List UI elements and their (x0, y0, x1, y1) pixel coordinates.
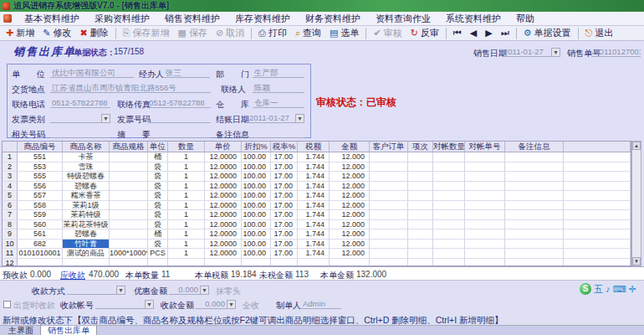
cell-tax[interactable]: 1.744 (298, 220, 330, 230)
cell-order[interactable] (370, 229, 408, 240)
col-header-filler[interactable] (564, 142, 631, 152)
cell-code[interactable]: 558 (18, 201, 63, 211)
fax-field[interactable]: 0512-57822788 (147, 97, 211, 108)
summary-field[interactable] (147, 127, 211, 138)
cell-unit[interactable]: 袋 (148, 172, 168, 182)
ime-toolbar[interactable]: S五♪⌨✛ (580, 282, 636, 296)
cell-recno[interactable] (465, 172, 505, 182)
menu-item-3[interactable]: 销售资料维护 (157, 12, 227, 25)
cell-remark[interactable] (505, 210, 564, 220)
cell-qty[interactable] (168, 259, 205, 267)
cell-recno[interactable] (465, 152, 505, 162)
cell-amount[interactable]: 12.000 (330, 191, 370, 201)
cell-recqty[interactable] (433, 210, 465, 220)
cell-unit[interactable]: 袋 (148, 191, 168, 201)
cell-tax[interactable]: 1.744 (298, 249, 330, 259)
cell-spec[interactable]: 1000*1000*10. (110, 249, 148, 259)
tab-sales-outbound[interactable]: 销售出库单 (40, 326, 97, 335)
cell-name[interactable]: 测试的商品 (63, 249, 110, 259)
cell-qty[interactable]: 1 (168, 240, 205, 250)
cell-unit[interactable]: 袋 (148, 220, 168, 230)
cell-filler[interactable] (564, 259, 631, 267)
cell-recqty[interactable] (433, 201, 465, 211)
cell-code[interactable]: 559 (18, 210, 63, 220)
col-header-spec[interactable]: 商品规格 (110, 142, 148, 152)
sale-date-dropdown-icon[interactable]: ▼ (551, 48, 560, 57)
cell-unit[interactable]: 桶 (148, 229, 168, 240)
cell-filler[interactable] (564, 240, 631, 250)
cell-code[interactable]: 682 (18, 240, 63, 250)
col-header-discount[interactable]: 折扣% (242, 142, 271, 152)
cell-tax[interactable]: 1.744 (298, 152, 330, 162)
cell-amount[interactable]: 12.000 (330, 172, 370, 182)
agent-field[interactable]: 张三 (164, 67, 210, 78)
menu-item-4[interactable]: 库存资料维护 (227, 12, 298, 25)
cell-order[interactable] (370, 201, 408, 211)
toolbar-button-search[interactable]: ⌕查询 (291, 26, 325, 40)
warehouse-field[interactable]: 仓库一 (253, 97, 304, 108)
col-header-order[interactable]: 客户订单 (370, 142, 408, 152)
toolbar-button-first-record[interactable]: ⏮ (449, 28, 466, 39)
cell-code[interactable]: 560 (18, 220, 63, 230)
menu-item-5[interactable]: 财务资料维护 (298, 12, 368, 25)
cell-order[interactable] (370, 210, 408, 220)
cell-name[interactable]: 竹叶青 (63, 240, 110, 250)
account-dropdown-icon[interactable]: ▼ (145, 300, 154, 309)
cell-price[interactable]: 12.0000 (205, 220, 242, 230)
cell-unit[interactable]: 袋 (148, 201, 168, 211)
ime-keyboard-icon[interactable]: ⌨ (613, 283, 626, 295)
table-scrollbar[interactable]: ▲ ▼ (631, 141, 641, 266)
cell-qty[interactable]: 1 (168, 152, 205, 162)
title-bar[interactable]: 追风进销存系统增强版V7.0 - [销售出库单] (0, 0, 644, 12)
cell-order[interactable] (370, 249, 408, 259)
cell-unit[interactable]: 袋 (148, 162, 168, 173)
cell-taxrate[interactable]: 17.00 (271, 210, 298, 220)
cell-taxrate[interactable] (271, 259, 298, 267)
cell-discount[interactable]: 100.00 (242, 220, 271, 230)
toolbar-button-save[interactable]: ▦保存 (173, 26, 211, 40)
cell-order[interactable] (370, 182, 408, 192)
cell-price[interactable]: 12.0000 (205, 201, 242, 211)
cell-taxrate[interactable]: 17.00 (271, 249, 298, 259)
col-header-price[interactable]: 单价 (205, 142, 242, 152)
settle-date-dropdown-icon[interactable]: ▼ (295, 114, 304, 123)
cell-recno[interactable] (465, 259, 505, 267)
cell-discount[interactable]: 100.00 (242, 172, 271, 182)
received-amount-dropdown-icon[interactable]: ▼ (227, 300, 236, 309)
col-header-recqty[interactable]: 对帐数量 (433, 142, 465, 152)
cell-taxrate[interactable]: 17.00 (271, 162, 298, 173)
cell-item[interactable] (408, 182, 433, 192)
cell-name[interactable]: 碧螺春 (63, 182, 110, 192)
discount-amount-dropdown-icon[interactable]: ▼ (200, 286, 209, 295)
cell-discount[interactable] (242, 259, 271, 267)
cell-item[interactable] (408, 240, 433, 250)
cell-amount[interactable]: 12.000 (330, 240, 370, 250)
toolbar-button-last-record[interactable]: ⏭ (497, 28, 514, 39)
cell-item[interactable] (408, 220, 433, 230)
cell-name[interactable]: 糯米香茶 (63, 191, 110, 201)
cell-spec[interactable] (110, 210, 148, 220)
cell-amount[interactable]: 12.000 (330, 229, 370, 240)
cell-item[interactable] (408, 201, 433, 211)
cell-tax[interactable]: 1.744 (298, 191, 330, 201)
cell-no[interactable]: 2 (3, 162, 18, 173)
cell-no[interactable]: 6 (3, 201, 18, 211)
cell-discount[interactable]: 100.00 (242, 240, 271, 250)
cell-recno[interactable] (465, 182, 505, 192)
cell-order[interactable] (370, 172, 408, 182)
cell-item[interactable] (408, 172, 433, 182)
cell-discount[interactable]: 100.00 (242, 201, 271, 211)
delivery-address-field[interactable]: 江苏省昆山市周市镇青阳北路556号 (50, 82, 211, 93)
cell-recqty[interactable] (433, 191, 465, 201)
cell-recqty[interactable] (433, 172, 465, 182)
cell-tax[interactable]: 1.744 (298, 201, 330, 211)
cell-remark[interactable] (505, 201, 564, 211)
cell-qty[interactable]: 1 (168, 182, 205, 192)
cell-filler[interactable] (564, 152, 631, 162)
cell-remark[interactable] (505, 229, 564, 240)
cell-qty[interactable]: 1 (168, 249, 205, 259)
cell-recqty[interactable] (433, 240, 465, 250)
cell-filler[interactable] (564, 229, 631, 240)
cell-name[interactable]: 碧螺春 (63, 229, 110, 240)
cell-remark[interactable] (505, 152, 564, 162)
